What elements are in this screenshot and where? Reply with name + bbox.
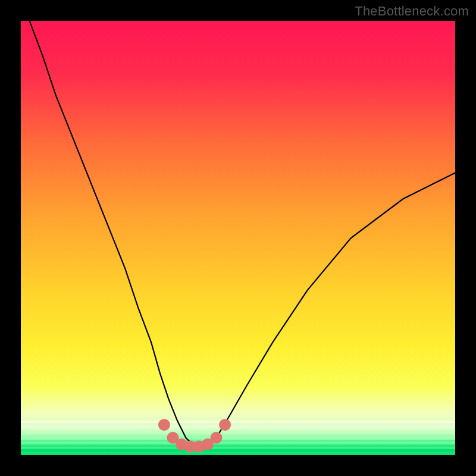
- gradient-background: [21, 21, 455, 455]
- svg-rect-6: [21, 449, 455, 452]
- svg-rect-5: [21, 444, 455, 447]
- svg-rect-2: [21, 430, 455, 433]
- svg-rect-1: [21, 425, 455, 428]
- svg-rect-4: [21, 440, 455, 442]
- watermark-text: TheBottleneck.com: [355, 4, 469, 19]
- svg-rect-3: [21, 435, 455, 437]
- trough-marker-dot: [219, 419, 231, 431]
- chart-frame: TheBottleneck.com: [0, 0, 476, 476]
- trough-marker-dot: [211, 432, 223, 444]
- plot-area: [21, 21, 455, 455]
- chart-svg: [21, 21, 455, 455]
- trough-marker-dot: [158, 419, 170, 431]
- svg-rect-0: [21, 421, 455, 423]
